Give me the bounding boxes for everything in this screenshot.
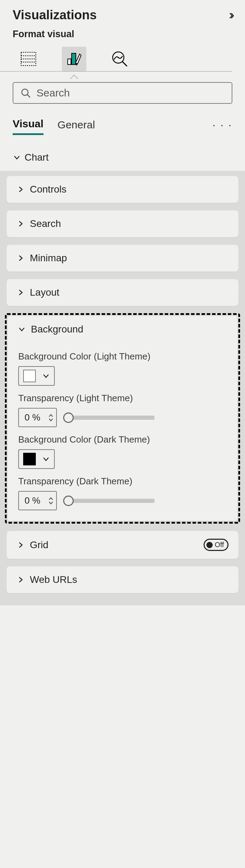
spinner-arrows[interactable] — [48, 497, 53, 505]
color-swatch-white — [23, 370, 36, 382]
svg-line-9 — [27, 95, 30, 97]
section-chart[interactable]: Chart — [0, 139, 245, 171]
chevron-down-icon — [13, 154, 21, 161]
search-box[interactable] — [13, 82, 232, 104]
pane-title: Visualizations — [13, 8, 97, 22]
bg-color-dark-label: Background Color (Dark Theme) — [18, 434, 227, 445]
build-visual-tab[interactable] — [16, 47, 41, 71]
spinner-value: 0 % — [25, 495, 46, 506]
transparency-dark-label: Transparency (Dark Theme) — [18, 476, 227, 487]
slider-track — [73, 499, 154, 503]
collapse-pane-button[interactable]: ›› — [226, 6, 234, 24]
chevron-up-icon — [48, 497, 53, 500]
color-swatch-black — [23, 453, 36, 465]
bg-color-light-picker[interactable] — [18, 366, 55, 386]
card-minimap[interactable]: Minimap — [7, 245, 238, 271]
slider-track — [73, 416, 154, 420]
transparency-light-spinner[interactable]: 0 % — [18, 408, 57, 427]
chevron-right-icon — [16, 255, 25, 262]
toggle-dot — [206, 542, 213, 548]
chevron-down-icon — [42, 372, 50, 380]
slider-thumb[interactable] — [63, 496, 74, 506]
chevron-up-icon — [48, 414, 53, 417]
highlighted-section: Background Background Color (Light Theme… — [5, 313, 240, 524]
spinner-value: 0 % — [25, 412, 46, 423]
tab-more-button[interactable]: · · · — [212, 119, 232, 131]
chevron-down-icon — [18, 325, 26, 333]
slider-thumb[interactable] — [63, 412, 74, 423]
card-title: Search — [30, 218, 229, 229]
card-controls[interactable]: Controls — [7, 176, 238, 203]
chevron-down-icon — [42, 455, 50, 463]
toggle-label: Off — [215, 541, 224, 549]
svg-line-7 — [122, 62, 127, 66]
card-search[interactable]: Search — [7, 210, 238, 237]
spinner-arrows[interactable] — [48, 414, 53, 422]
tab-general[interactable]: General — [58, 115, 95, 134]
tab-visual[interactable]: Visual — [13, 114, 44, 135]
card-title: Controls — [30, 184, 229, 195]
section-label: Chart — [25, 152, 48, 163]
chevron-down-icon — [48, 501, 53, 505]
chevron-right-icon — [16, 186, 25, 193]
analytics-tab[interactable] — [107, 47, 132, 71]
search-input[interactable] — [37, 87, 225, 99]
search-icon — [20, 88, 31, 98]
chevron-right-icon — [16, 576, 25, 583]
chevron-right-icon — [16, 289, 25, 296]
card-grid[interactable]: Grid Off — [7, 531, 238, 559]
card-web-urls[interactable]: Web URLs — [7, 566, 238, 593]
transparency-dark-spinner[interactable]: 0 % — [18, 491, 57, 510]
card-background[interactable]: Background — [8, 316, 237, 343]
card-title: Layout — [30, 287, 229, 298]
card-title: Background — [31, 324, 227, 335]
transparency-light-label: Transparency (Light Theme) — [18, 393, 227, 404]
svg-rect-4 — [68, 59, 71, 65]
chevron-right-icon — [16, 220, 25, 227]
transparency-dark-slider[interactable] — [63, 496, 154, 506]
bg-color-light-label: Background Color (Light Theme) — [18, 351, 227, 362]
card-layout[interactable]: Layout — [7, 279, 238, 306]
pane-subtitle: Format visual — [0, 26, 245, 47]
grid-toggle[interactable]: Off — [204, 539, 229, 551]
card-title: Grid — [30, 539, 199, 551]
chevron-right-icon — [16, 541, 25, 549]
card-title: Minimap — [30, 253, 229, 264]
chevron-down-icon — [48, 418, 53, 422]
transparency-light-slider[interactable] — [63, 412, 154, 423]
table-icon — [20, 51, 37, 67]
card-title: Web URLs — [30, 574, 229, 585]
format-visual-tab[interactable] — [62, 47, 86, 71]
svg-rect-5 — [72, 53, 76, 65]
bg-color-dark-picker[interactable] — [18, 449, 55, 469]
format-paint-icon — [66, 51, 82, 67]
analytics-magnify-icon — [111, 51, 128, 67]
